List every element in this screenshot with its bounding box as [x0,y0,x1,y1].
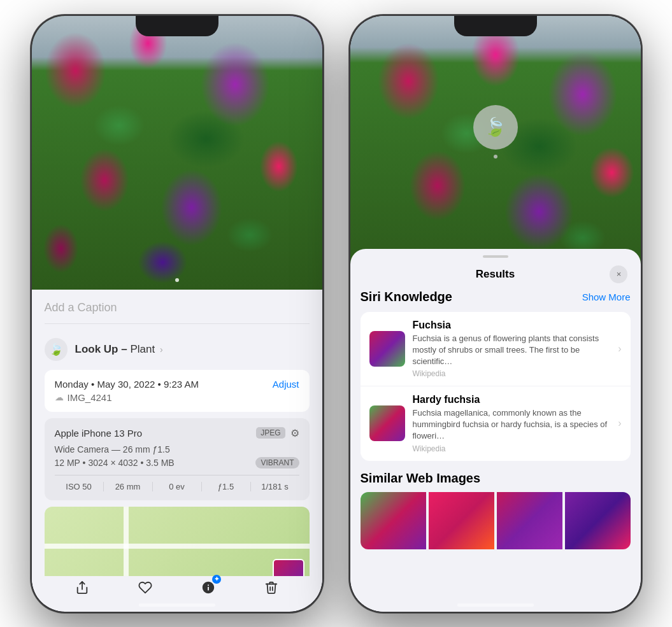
exif-aperture: ƒ1.5 [202,482,251,491]
similar-web-images-section: Similar Web Images [361,471,631,549]
device-name-row: Apple iPhone 13 Pro JPEG ⚙ [55,427,299,439]
close-button[interactable]: × [610,265,627,283]
photo-date: Monday • May 30, 2022 • 9:23 AM [55,379,199,390]
like-button[interactable] [134,576,157,599]
hardy-description: Fuchsia magellanica, commonly known as t… [413,407,611,442]
fuchsia-text: Fuchsia Fuchsia is a genus of flowering … [413,320,611,379]
meta-date-row: Monday • May 30, 2022 • 9:23 AM Adjust [55,379,299,390]
meta-section: Monday • May 30, 2022 • 9:23 AM Adjust ☁… [45,370,310,412]
camera-settings-icon: ⚙ [290,427,299,439]
hardy-fuchsia-thumbnail [369,405,405,441]
exif-ev: 0 ev [153,482,202,491]
similar-image-2[interactable] [429,492,494,549]
results-header: Results × [350,258,641,290]
right-photo-display: 🍃 [350,16,641,277]
siri-knowledge-header: Siri Knowledge Show More [361,290,631,304]
resolution-text: 12 MP • 3024 × 4032 • 3.5 MB [55,458,175,468]
siri-visual-icon: 🍃 [473,105,518,150]
format-badges: JPEG ⚙ [256,427,299,439]
right-phone: 🍃 Results × Siri Knowledge Show More [349,15,642,613]
siri-knowledge-title: Siri Knowledge [361,290,452,304]
siri-leaf-icon: 🍃 [484,116,506,137]
knowledge-item-fuchsia[interactable]: Fuchsia Fuchsia is a genus of flowering … [361,312,631,387]
right-phone-notch [454,16,537,36]
knowledge-card: Fuchsia Fuchsia is a genus of flowering … [361,312,631,461]
similar-images-title: Similar Web Images [361,471,631,486]
fuchsia-chevron-icon: › [618,343,621,355]
right-screen: 🍃 Results × Siri Knowledge Show More [350,16,641,612]
info-button[interactable]: ✦ [197,576,220,599]
filename: IMG_4241 [68,392,112,403]
phone-notch [136,16,218,36]
fuchsia-source: Wikipedia [413,369,611,378]
home-indicator [139,603,215,607]
map-road-horizontal [45,544,310,549]
lookup-row[interactable]: 🍃 Look Up – Plant › [45,333,310,370]
info-panel: Add a Caption 🍃 Look Up – Plant › Monday… [32,290,322,605]
toolbar: ✦ [32,576,322,599]
hardy-text: Hardy fuchsia Fuchsia magellanica, commo… [413,394,611,453]
vibrant-badge: VIBRANT [255,457,299,468]
lookup-chevron-icon: › [157,344,163,355]
leaf-icon: 🍃 [49,342,63,356]
similar-image-4[interactable] [565,492,631,549]
camera-info: Wide Camera — 26 mm ƒ1.5 [55,444,299,454]
similar-image-1[interactable] [361,492,426,549]
hardy-source: Wikipedia [413,444,611,453]
cloud-icon: ☁ [55,392,64,402]
hardy-chevron-icon: › [618,418,621,429]
photo-background [32,16,322,290]
results-title: Results [476,268,515,281]
page-indicator-dot [175,278,179,282]
photo-display[interactable] [32,16,322,290]
lookup-label: Look Up – Plant › [75,343,163,356]
results-content: Siri Knowledge Show More Fuchsia Fuchsia… [350,290,641,549]
fuchsia-description: Fuchsia is a genus of flowering plants t… [413,333,611,368]
exif-iso: ISO 50 [55,482,104,491]
filename-row: ☁ IMG_4241 [55,392,299,403]
caption-input[interactable]: Add a Caption [45,299,310,324]
device-name: Apple iPhone 13 Pro [55,428,143,439]
share-button[interactable] [71,576,94,599]
results-panel: Results × Siri Knowledge Show More Fuchs… [350,249,641,612]
siri-dot-indicator [494,155,497,159]
info-badge-dot: ✦ [212,575,221,584]
show-more-button[interactable]: Show More [582,292,631,302]
fuchsia-thumbnail [369,331,405,367]
hardy-name: Hardy fuchsia [413,394,611,405]
similar-images-grid[interactable] [361,492,631,549]
exif-shutter: 1/181 s [251,482,299,491]
resolution-row: 12 MP • 3024 × 4032 • 3.5 MB VIBRANT [55,457,299,468]
right-home-indicator [457,603,534,607]
left-screen: Add a Caption 🍃 Look Up – Plant › Monday… [32,16,322,612]
lookup-icon-circle: 🍃 [45,338,68,361]
device-section: Apple iPhone 13 Pro JPEG ⚙ Wide Camera —… [45,418,310,500]
adjust-button[interactable]: Adjust [273,379,299,390]
exif-row: ISO 50 26 mm 0 ev ƒ1.5 1/181 s [55,475,299,491]
delete-button[interactable] [260,576,283,599]
exif-mm: 26 mm [104,482,153,491]
similar-image-3[interactable] [497,492,562,549]
left-phone: Add a Caption 🍃 Look Up – Plant › Monday… [31,15,324,613]
knowledge-item-hardy[interactable]: Hardy fuchsia Fuchsia magellanica, commo… [361,386,631,461]
fuchsia-name: Fuchsia [413,320,611,331]
jpeg-badge: JPEG [256,427,285,439]
